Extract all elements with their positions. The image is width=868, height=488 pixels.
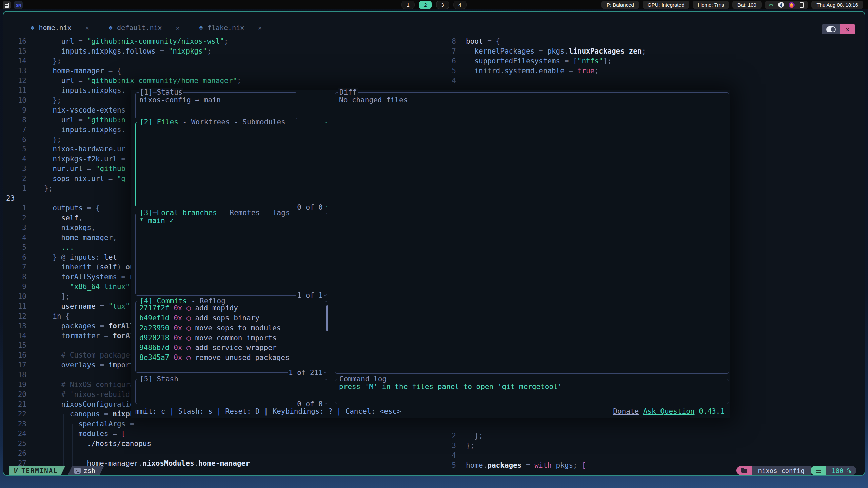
panel-subtitle: - Worktrees - Submodules xyxy=(178,118,285,126)
code-token: [ xyxy=(573,57,577,65)
top-status-bar: $N 1234 P: BalancedGPU: IntegratedHome: … xyxy=(0,0,868,9)
line-number: 11 xyxy=(6,302,26,311)
code-token: inputs.nixpkgs. xyxy=(61,126,126,134)
line-number: 6 xyxy=(6,252,26,262)
code-token xyxy=(466,57,474,65)
code-token: = xyxy=(100,410,113,418)
repo-folder-segment[interactable] xyxy=(736,466,752,475)
line-number: 18 xyxy=(6,370,26,380)
current-line-number: 23 xyxy=(6,194,26,203)
code-token: , xyxy=(78,214,83,222)
code-token xyxy=(44,106,53,114)
line-number: 2 xyxy=(6,213,26,223)
code-token: linuxPackages_zen xyxy=(569,47,642,55)
code-token: let xyxy=(104,253,117,261)
code-token xyxy=(466,47,474,55)
line-number: 14 xyxy=(6,331,26,341)
code-token: = { xyxy=(83,204,100,212)
lazygit-status-panel[interactable]: [1]─Status nixos-config → main xyxy=(135,92,297,119)
code-line: 4 xyxy=(3,76,865,86)
code-line: 2 }; xyxy=(3,431,865,441)
lazygit-command-log-panel[interactable]: Command log press 'M' in the files panel… xyxy=(335,379,729,404)
code-token: boot xyxy=(466,37,483,45)
flame-icon[interactable] xyxy=(789,2,795,8)
code-token: true xyxy=(577,67,595,75)
workspace-button-4[interactable]: 4 xyxy=(454,1,467,9)
bluetooth-icon[interactable] xyxy=(778,2,784,8)
shell-tab[interactable]: >_zsh xyxy=(68,466,104,475)
workspace-button-2[interactable]: 2 xyxy=(419,1,432,9)
code-token xyxy=(44,175,53,183)
code-line: 8boot = { xyxy=(3,37,865,46)
code-text: nixosConfiguratio xyxy=(44,400,134,409)
lazygit-branches-panel[interactable]: [3]─Local branches - Remotes - Tags * ma… xyxy=(135,213,327,296)
workspace-button-1[interactable]: 1 xyxy=(402,1,415,9)
line-number: 3 xyxy=(6,164,26,174)
lazygit-files-panel[interactable]: [2]─Files - Worktrees - Submodules 0 of … xyxy=(135,122,327,207)
commit-row[interactable]: d920218 0x ○ move common imports xyxy=(139,333,290,343)
commit-row[interactable]: 2717f2f 0x ○ add mopidy xyxy=(139,303,290,313)
line-number: 10 xyxy=(6,292,26,302)
commit-row[interactable]: 2a23950 0x ○ move sops to modules xyxy=(139,323,290,333)
line-number: 4 xyxy=(6,233,26,243)
code-token xyxy=(44,302,61,310)
repo-name[interactable]: nixos-config xyxy=(752,466,811,475)
code-token: = xyxy=(74,116,87,124)
files-count: 0 of 0 xyxy=(296,203,324,212)
code-token: = xyxy=(96,302,108,310)
code-text: self, xyxy=(44,213,83,223)
code-token: = xyxy=(96,361,108,369)
code-text: kernelPackages = pkgs.linuxPackages_zen; xyxy=(466,46,646,56)
line-number: 4 xyxy=(435,451,456,461)
code-text: sops-nix.url = "g xyxy=(44,174,125,184)
mode-indicator[interactable]: VTERMINAL xyxy=(9,466,65,475)
lazygit-commits-panel[interactable]: [4]─Commits - Reflog 2717f2f 0x ○ add mo… xyxy=(135,301,327,373)
code-token: forAllSystems xyxy=(61,273,117,281)
scroll-percent: 100 % xyxy=(826,466,856,475)
statusbar-right: nixos-config 100 % xyxy=(736,466,856,475)
code-token xyxy=(44,224,61,232)
commit-list: 2717f2f 0x ○ add mopidyb49ef1d 0x ○ add … xyxy=(139,303,290,363)
folder-icon xyxy=(741,469,747,473)
code-token: self xyxy=(100,263,117,271)
line-number: 1 xyxy=(6,184,26,194)
code-token: = xyxy=(117,273,130,281)
vim-icon: V xyxy=(14,467,18,475)
apps-grid-icon[interactable] xyxy=(3,1,11,9)
status-pill[interactable]: P: Balanced xyxy=(601,1,639,9)
panel-subtitle: - Remotes - Tags xyxy=(217,209,290,217)
commit-message: move sops to modules xyxy=(195,324,281,332)
code-token: }; xyxy=(44,96,61,104)
donate-link[interactable]: Donate xyxy=(613,407,639,415)
lazygit-diff-panel[interactable]: Diff No changed files xyxy=(335,92,729,374)
phone-icon[interactable] xyxy=(800,2,804,8)
code-token: canopus xyxy=(70,410,100,418)
code-token: specialArgs xyxy=(78,420,125,428)
workspace-button-3[interactable]: 3 xyxy=(436,1,449,9)
status-pill[interactable]: GPU: Integrated xyxy=(643,1,689,9)
code-token: home-manager xyxy=(61,233,113,242)
lazygit-stash-panel[interactable]: [5]─Stash 0 of 0 xyxy=(135,379,327,404)
status-pill[interactable]: Home: 7ms xyxy=(693,1,729,9)
code-token: kernelPackages xyxy=(474,47,534,55)
commit-row[interactable]: b49ef1d 0x ○ add sops binary xyxy=(139,313,290,323)
line-number: 8 xyxy=(6,115,26,125)
commit-message: add service-wrapper xyxy=(195,344,276,352)
code-token: inputs xyxy=(70,253,96,261)
commit-row[interactable]: 9486b7d 0x ○ add service-wrapper xyxy=(139,343,290,353)
code-token xyxy=(44,390,61,399)
status-pill[interactable]: Bat: 100 xyxy=(732,1,762,9)
code-token: }; xyxy=(44,184,53,192)
branch-item[interactable]: * main ✓ xyxy=(139,216,174,226)
nix-shell-icon[interactable]: $N xyxy=(14,1,23,9)
ask-question-link[interactable]: Ask Question xyxy=(643,407,695,415)
commit-row[interactable]: 8e345a7 0x ○ remove unused packages xyxy=(139,353,290,363)
session-list-segment[interactable] xyxy=(811,466,826,475)
line-number: 1 xyxy=(6,203,26,213)
scissors-icon[interactable]: ✂ xyxy=(769,2,774,8)
commit-mark: 0x ○ xyxy=(174,344,195,352)
code-text: specialArgs = xyxy=(44,419,134,429)
code-token: "g xyxy=(117,175,125,183)
commits-scrollbar[interactable] xyxy=(326,305,328,331)
clock[interactable]: Thu Aug 08, 18:16 xyxy=(811,1,863,9)
